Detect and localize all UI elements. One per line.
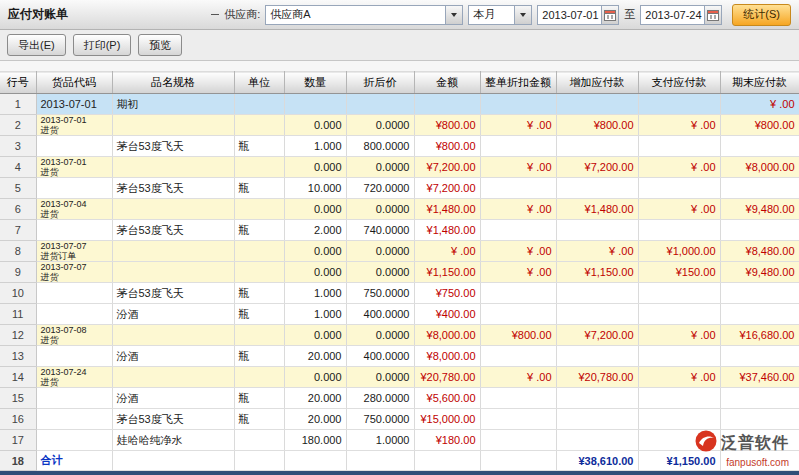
- cell-code: 2013-07-01: [36, 94, 112, 115]
- table-row-12[interactable]: 122013-07-08进货0.0000.0000¥8,000.00¥800.0…: [0, 325, 799, 346]
- column-header-4[interactable]: 数量: [284, 72, 346, 94]
- chevron-down-icon[interactable]: [445, 6, 462, 24]
- table-row-16[interactable]: 16茅台53度飞天瓶20.000750.0000¥15,000.00: [0, 409, 799, 430]
- table-row-15[interactable]: 15汾酒瓶20.000280.0000¥5,600.00: [0, 388, 799, 409]
- cell-price: 0.0000: [346, 262, 414, 283]
- cell-pay: [638, 94, 720, 115]
- cell-unit: 瓶: [234, 178, 284, 199]
- cell-code: [36, 220, 112, 241]
- cell-increase: [556, 346, 638, 367]
- table-row-11[interactable]: 11汾酒瓶1.000400.0000¥400.00: [0, 304, 799, 325]
- cell-name: 期初: [112, 94, 234, 115]
- vendor-logo: 泛普软件: [695, 430, 789, 456]
- cell-code: [36, 178, 112, 199]
- cell-code: [36, 283, 112, 304]
- cell-pay: ¥ .00: [638, 115, 720, 136]
- cell-qty: 10.000: [284, 178, 346, 199]
- column-header-3[interactable]: 单位: [234, 72, 284, 94]
- table-row-10[interactable]: 10茅台53度飞天瓶1.000750.0000¥750.00: [0, 283, 799, 304]
- column-header-6[interactable]: 金额: [414, 72, 480, 94]
- cell-discount: ¥ .00: [480, 157, 556, 178]
- filter-controls: 供应商: 供应商A 本月 2013-07-01 至 2013-07-24: [211, 4, 791, 26]
- date-from-field[interactable]: 2013-07-01: [537, 5, 619, 25]
- calendar-icon[interactable]: [601, 6, 618, 24]
- period-value: 本月: [469, 7, 514, 22]
- export-button[interactable]: 导出(E): [7, 34, 66, 56]
- column-header-0[interactable]: 行号: [0, 72, 36, 94]
- cell-increase: [556, 430, 638, 451]
- column-header-10[interactable]: 期末应付款: [720, 72, 799, 94]
- table-row-13[interactable]: 13汾酒瓶20.000400.0000¥8,000.00: [0, 346, 799, 367]
- column-header-5[interactable]: 折后价: [346, 72, 414, 94]
- table-row-8[interactable]: 82013-07-07进货订单0.0000.0000¥ .00¥ .00¥ .0…: [0, 241, 799, 262]
- table-row-1[interactable]: 12013-07-01期初¥ .00: [0, 94, 799, 115]
- period-select[interactable]: 本月: [468, 5, 532, 25]
- supplier-combobox[interactable]: 供应商A: [265, 5, 463, 25]
- supplier-label: 供应商:: [224, 7, 260, 22]
- cell-unit: [234, 451, 284, 471]
- cell-ending: [720, 346, 799, 367]
- calendar-icon[interactable]: [704, 6, 721, 24]
- table-row-2[interactable]: 22013-07-01进货0.0000.0000¥800.00¥ .00¥800…: [0, 115, 799, 136]
- cell-code: [36, 304, 112, 325]
- preview-button[interactable]: 预览: [138, 34, 182, 56]
- table-row-4[interactable]: 42013-07-01进货0.0000.0000¥7,200.00¥ .00¥7…: [0, 157, 799, 178]
- cell-pay: [638, 283, 720, 304]
- cell-price: 280.0000: [346, 388, 414, 409]
- supplier-value: 供应商A: [266, 7, 445, 22]
- column-header-9[interactable]: 支付应付款: [638, 72, 720, 94]
- cell-price: 750.0000: [346, 409, 414, 430]
- cell-code: [36, 430, 112, 451]
- cell-pay: [638, 136, 720, 157]
- cell-ending: ¥ .00: [720, 94, 799, 115]
- column-header-1[interactable]: 货品代码: [36, 72, 112, 94]
- column-header-7[interactable]: 整单折扣金额: [480, 72, 556, 94]
- table-row-9[interactable]: 92013-07-07进货0.0000.0000¥1,150.00¥ .00¥1…: [0, 262, 799, 283]
- table-row-5[interactable]: 5茅台53度飞天瓶10.000720.0000¥7,200.00: [0, 178, 799, 199]
- doc-type: 进货: [41, 210, 108, 220]
- print-button[interactable]: 打印(P): [73, 34, 132, 56]
- cell-name: 汾酒: [112, 388, 234, 409]
- table-row-14[interactable]: 142013-07-24进货0.0000.0000¥20,780.00¥ .00…: [0, 367, 799, 388]
- cell-increase: ¥1,480.00: [556, 199, 638, 220]
- cell-code: 2013-07-07进货订单: [36, 241, 112, 262]
- doc-type: 进货订单: [41, 252, 108, 262]
- cell-num: 10: [0, 283, 36, 304]
- cell-num: 15: [0, 388, 36, 409]
- date-to-field[interactable]: 2013-07-24: [640, 5, 722, 25]
- column-header-2[interactable]: 品名规格: [112, 72, 234, 94]
- table-row-6[interactable]: 62013-07-04进货0.0000.0000¥1,480.00¥ .00¥1…: [0, 199, 799, 220]
- cell-num: 8: [0, 241, 36, 262]
- cell-unit: [234, 157, 284, 178]
- cell-code: 2013-07-07进货: [36, 262, 112, 283]
- cell-unit: 瓶: [234, 388, 284, 409]
- date-from-value: 2013-07-01: [538, 9, 601, 21]
- chevron-down-icon[interactable]: [514, 6, 531, 24]
- bottom-border-bar: [0, 471, 799, 475]
- cell-ending: ¥800.00: [720, 115, 799, 136]
- table-row-17[interactable]: 17娃哈哈纯净水180.0001.0000¥180.00: [0, 430, 799, 451]
- total-increase-payable: ¥38,610.00: [556, 451, 638, 471]
- vendor-domain: fanpusoft.com: [726, 457, 789, 468]
- cell-discount: [480, 430, 556, 451]
- cell-num: 11: [0, 304, 36, 325]
- cell-qty: 180.000: [284, 430, 346, 451]
- cell-amount: ¥1,480.00: [414, 220, 480, 241]
- cell-increase: [556, 409, 638, 430]
- cell-amount: ¥400.00: [414, 304, 480, 325]
- cell-amount: ¥7,200.00: [414, 157, 480, 178]
- doc-type: 进货: [41, 336, 108, 346]
- cell-name: [112, 157, 234, 178]
- cell-amount: [414, 94, 480, 115]
- cell-code: 2013-07-08进货: [36, 325, 112, 346]
- cell-qty: 0.000: [284, 325, 346, 346]
- cell-discount: [480, 304, 556, 325]
- title-toolbar: 应付对账单 供应商: 供应商A 本月 2013-07-01 至 2013-07-…: [0, 0, 799, 30]
- cell-name: [112, 262, 234, 283]
- cell-price: 400.0000: [346, 304, 414, 325]
- cell-price: 0.0000: [346, 157, 414, 178]
- statistics-button[interactable]: 统计(S): [732, 4, 791, 26]
- table-row-3[interactable]: 3茅台53度飞天瓶1.000800.0000¥800.00: [0, 136, 799, 157]
- table-row-7[interactable]: 7茅台53度飞天瓶2.000740.0000¥1,480.00: [0, 220, 799, 241]
- column-header-8[interactable]: 增加应付款: [556, 72, 638, 94]
